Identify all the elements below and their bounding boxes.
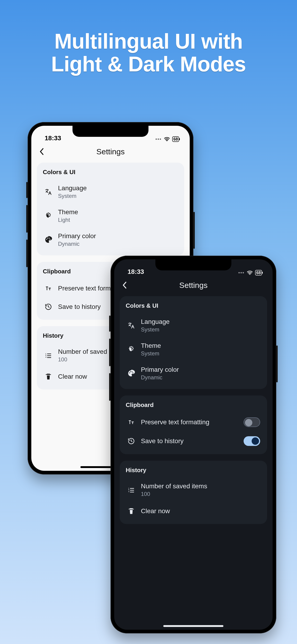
text-format-icon bbox=[127, 418, 136, 427]
status-time: 18:33 bbox=[45, 134, 61, 142]
row-label: Theme bbox=[141, 342, 260, 350]
row-label: Number of saved items bbox=[141, 482, 260, 490]
phone-notch bbox=[156, 259, 232, 270]
section-clipboard: Clipboard Preserve text formatting bbox=[120, 396, 267, 454]
phone-side-button bbox=[194, 212, 195, 249]
toggle-save-history[interactable] bbox=[244, 436, 260, 446]
row-label: Primary color bbox=[58, 232, 177, 240]
toggle-preserve-formatting[interactable] bbox=[244, 417, 260, 427]
row-label: Language bbox=[141, 318, 260, 326]
nav-header: Settings bbox=[114, 276, 272, 294]
section-title: History bbox=[126, 467, 261, 474]
wifi-icon bbox=[247, 270, 253, 275]
translate-icon bbox=[44, 187, 53, 196]
list-numbered-icon bbox=[44, 351, 53, 360]
row-label: Language bbox=[58, 184, 177, 192]
brightness-icon bbox=[127, 345, 136, 354]
phone-side-button bbox=[109, 338, 110, 366]
battery-indicator: 68 bbox=[172, 136, 179, 142]
row-primary-color[interactable]: Primary color Dynamic bbox=[126, 362, 261, 385]
row-theme[interactable]: Theme Light bbox=[43, 204, 178, 228]
row-clear-now[interactable]: Clear now bbox=[126, 502, 261, 520]
phone-side-button bbox=[26, 182, 28, 198]
phone-side-button bbox=[109, 316, 110, 332]
row-label: Theme bbox=[58, 208, 177, 216]
phone-side-button bbox=[26, 205, 28, 233]
row-value: System bbox=[141, 350, 260, 357]
row-language[interactable]: Language System bbox=[126, 314, 261, 338]
section-title: Colors & UI bbox=[43, 168, 178, 176]
svg-point-0 bbox=[166, 140, 167, 141]
row-value: Dynamic bbox=[141, 374, 260, 381]
trash-icon bbox=[127, 506, 136, 516]
row-theme[interactable]: Theme System bbox=[126, 338, 261, 362]
promo-line-1: Multilingual UI with bbox=[54, 30, 243, 53]
row-saved-count[interactable]: Number of saved items 100 bbox=[126, 478, 261, 502]
promo-headline: Multilingual UI with Light & Dark Modes bbox=[0, 30, 297, 76]
phone-frame-dark: 18:33 ••• 68 Settings Colors & UI bbox=[110, 256, 276, 634]
battery-indicator: 68 bbox=[255, 270, 262, 276]
section-title: Clipboard bbox=[126, 402, 261, 408]
row-label: Clear now bbox=[141, 508, 260, 515]
row-preserve-formatting[interactable]: Preserve text formatting bbox=[126, 413, 261, 432]
phone-notch bbox=[72, 126, 148, 137]
row-value: Dynamic bbox=[58, 241, 177, 247]
nav-header: Settings bbox=[31, 142, 190, 161]
row-value: Light bbox=[58, 217, 177, 223]
row-label: Preserve text formatting bbox=[141, 418, 238, 426]
section-colors-ui: Colors & UI Language System Them bbox=[120, 296, 267, 389]
row-value: System bbox=[141, 326, 260, 333]
translate-icon bbox=[127, 321, 136, 330]
cellular-icon: ••• bbox=[156, 136, 162, 142]
row-language[interactable]: Language System bbox=[43, 180, 178, 204]
row-label: Save to history bbox=[141, 438, 238, 445]
page-title: Settings bbox=[31, 147, 190, 156]
row-value: System bbox=[58, 193, 177, 199]
phone-side-button bbox=[109, 373, 110, 401]
history-icon bbox=[44, 302, 53, 312]
cellular-icon: ••• bbox=[238, 270, 244, 276]
palette-icon bbox=[44, 235, 53, 244]
brightness-icon bbox=[44, 211, 53, 220]
history-icon bbox=[127, 436, 136, 446]
status-time: 18:33 bbox=[128, 268, 144, 276]
section-title: Colors & UI bbox=[126, 302, 261, 309]
row-save-history[interactable]: Save to history bbox=[126, 432, 261, 450]
trash-icon bbox=[44, 372, 53, 381]
home-indicator[interactable] bbox=[163, 625, 223, 627]
row-label: Primary color bbox=[141, 366, 260, 373]
phone-side-button bbox=[276, 346, 278, 382]
row-primary-color[interactable]: Primary color Dynamic bbox=[43, 228, 178, 252]
promo-line-2: Light & Dark Modes bbox=[51, 52, 246, 76]
row-value: 100 bbox=[141, 491, 260, 497]
wifi-icon bbox=[164, 137, 170, 142]
phone-side-button bbox=[26, 240, 28, 267]
list-numbered-icon bbox=[127, 485, 136, 494]
section-history: History Number of saved items 100 bbox=[120, 461, 267, 524]
section-colors-ui: Colors & UI Language System Them bbox=[37, 162, 184, 256]
svg-point-1 bbox=[249, 274, 250, 275]
text-format-icon bbox=[44, 284, 53, 293]
page-title: Settings bbox=[114, 281, 272, 290]
palette-icon bbox=[127, 369, 136, 378]
